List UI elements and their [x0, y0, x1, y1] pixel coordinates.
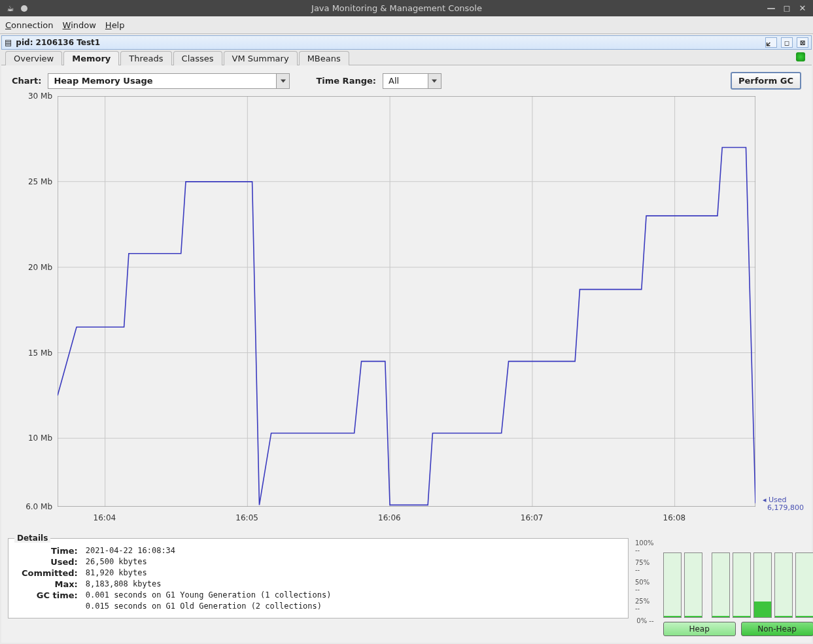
titlebar: ☕ Java Monitoring & Management Console —…	[0, 0, 813, 16]
menubar: Connection Window Help	[0, 16, 813, 34]
tab-overview[interactable]: Overview	[5, 51, 62, 65]
chart-select-value: Heap Memory Usage	[48, 76, 276, 86]
detail-gc-line2: 0.015 seconds on G1 Old Generation (2 co…	[82, 601, 336, 611]
tab-vmsummary[interactable]: VM Summary	[224, 51, 298, 65]
y-tick-label: 10 Mb	[12, 433, 52, 443]
detail-time-value: 2021-04-22 16:08:34	[82, 545, 336, 556]
chevron-down-icon	[428, 74, 441, 88]
tab-memory[interactable]: Memory	[63, 51, 119, 65]
y-tick-label: 20 Mb	[12, 263, 52, 272]
detail-time-label: Time:	[18, 545, 82, 556]
internal-close-button[interactable]: ⊠	[797, 37, 808, 48]
window-dot-icon	[21, 5, 27, 12]
java-icon: ☕	[5, 3, 16, 14]
y-tick-label: 30 Mb	[12, 92, 52, 101]
tab-threads[interactable]: Threads	[120, 51, 171, 65]
detail-gc-label: GC time:	[18, 590, 82, 601]
tab-classes[interactable]: Classes	[173, 51, 222, 65]
memory-pool-bar[interactable]	[712, 552, 730, 618]
menu-window[interactable]: Window	[63, 20, 96, 30]
internal-window-titlebar: ▤ pid: 2106136 Test1 ◻ ⊠	[1, 35, 812, 50]
app-window: ☕ Java Monitoring & Management Console —…	[0, 0, 813, 644]
memory-pool-bar[interactable]	[795, 552, 813, 618]
detail-max-label: Max:	[18, 579, 82, 590]
memory-pool-bar[interactable]	[663, 552, 682, 618]
chart-used-marker: ◂ Used 6,179,800	[763, 496, 804, 512]
detail-used-label: Used:	[18, 556, 82, 568]
memory-pool-bar[interactable]	[753, 552, 772, 618]
timerange-select-value: All	[383, 76, 428, 86]
y-tick-label: 25 Mb	[12, 177, 52, 186]
bar-y-tick: 100% --	[635, 539, 654, 554]
memory-pool-bar[interactable]	[733, 552, 751, 618]
memory-chart: ◂ Used 6,179,800 30 Mb25 Mb20 Mb15 Mb10 …	[8, 96, 805, 528]
chart-controls: Chart: Heap Memory Usage Time Range: All…	[8, 69, 805, 96]
x-tick-label: 16:05	[235, 513, 258, 522]
memory-pool-bar[interactable]	[684, 552, 702, 618]
perform-gc-button[interactable]: Perform GC	[731, 72, 801, 90]
x-tick-label: 16:08	[663, 513, 686, 522]
y-tick-label: 6.0 Mb	[12, 502, 52, 511]
chart-select[interactable]: Heap Memory Usage	[48, 73, 290, 89]
y-tick-label: 15 Mb	[12, 348, 52, 358]
chart-label: Chart:	[12, 76, 41, 86]
connection-status-icon	[796, 52, 805, 61]
detail-used-value: 26,500 kbytes	[82, 556, 336, 568]
detail-max-value: 8,183,808 kbytes	[82, 579, 336, 590]
x-tick-label: 16:07	[521, 513, 544, 522]
tab-mbeans[interactable]: MBeans	[299, 51, 349, 65]
detail-committed-label: Committed:	[18, 568, 82, 579]
nonheap-bar-group	[712, 538, 813, 619]
maximize-button[interactable]: ◻	[782, 3, 792, 13]
heap-button[interactable]: Heap	[663, 622, 736, 636]
bar-y-tick: 25% --	[635, 598, 654, 612]
detail-committed-value: 81,920 kbytes	[82, 568, 336, 579]
details-panel: Time:2021-04-22 16:08:34 Used:26,500 kby…	[8, 538, 629, 619]
memory-pool-bar[interactable]	[774, 552, 793, 618]
tab-content-memory: Chart: Heap Memory Usage Time Range: All…	[1, 65, 812, 643]
details-heading: Details	[14, 534, 50, 543]
memory-pool-bars: 100% --75% --50% --25% --0% -- Heap Non-…	[635, 538, 805, 636]
x-tick-label: 16:06	[378, 513, 401, 522]
details-section: Details Time:2021-04-22 16:08:34 Used:26…	[8, 528, 805, 636]
tab-bar: Overview Memory Threads Classes VM Summa…	[1, 50, 812, 65]
detail-gc-line1: 0.001 seconds on G1 Young Generation (1 …	[82, 590, 336, 601]
window-title: Java Monitoring & Management Console	[33, 3, 761, 13]
chevron-down-icon	[276, 74, 289, 88]
bar-y-tick: 75% --	[635, 559, 654, 573]
svg-rect-11	[58, 96, 755, 507]
menu-help[interactable]: Help	[105, 20, 125, 30]
internal-maximize-button[interactable]: ◻	[781, 37, 793, 48]
close-button[interactable]: ✕	[797, 3, 808, 13]
internal-window-title: pid: 2106136 Test1	[16, 38, 100, 47]
mdi-area: ▤ pid: 2106136 Test1 ◻ ⊠ Overview Memory…	[0, 34, 813, 644]
minimize-button[interactable]: —	[766, 3, 776, 13]
document-icon: ▤	[5, 38, 12, 47]
menu-connection[interactable]: Connection	[5, 20, 54, 30]
timerange-label: Time Range:	[316, 76, 376, 86]
internal-minimize-button[interactable]	[765, 37, 777, 48]
timerange-select[interactable]: All	[383, 73, 441, 89]
nonheap-button[interactable]: Non-Heap	[741, 622, 813, 636]
x-tick-label: 16:04	[94, 513, 116, 522]
bar-y-tick: 0% --	[636, 617, 653, 624]
bar-y-tick: 50% --	[635, 579, 654, 593]
heap-bar-group	[663, 538, 702, 619]
